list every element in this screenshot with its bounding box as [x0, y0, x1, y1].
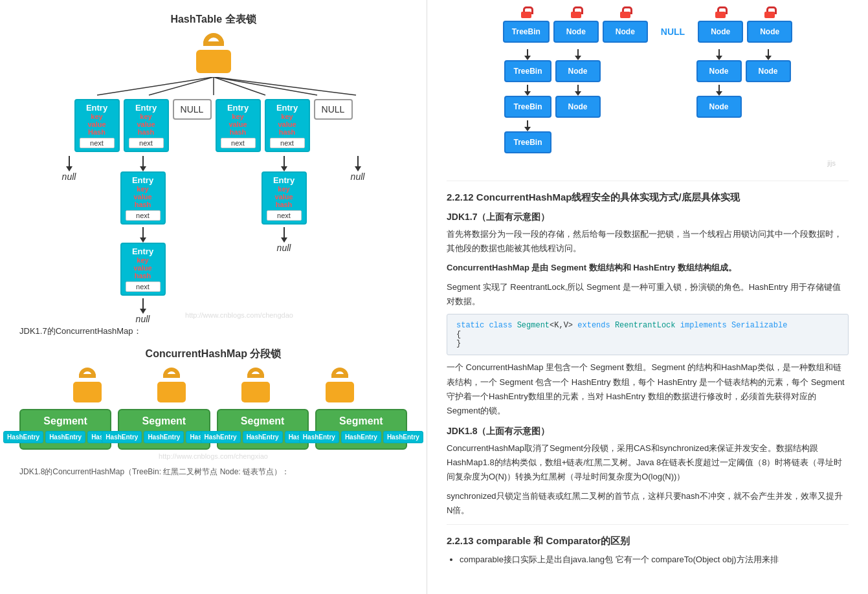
hash-entry-2a: HashEntry: [102, 431, 142, 443]
jdk18-body1: ConcurrentHashMap取消了Segment分段锁，采用CAS和syn…: [447, 441, 849, 484]
svg-line-5: [214, 77, 356, 95]
hashtable-diagram: HashTable 全表锁 Entry: [26, 13, 401, 319]
ht-lines-svg: [58, 77, 369, 96]
divider-2: [447, 524, 849, 525]
chain-2: Entry key value hash next Entry key valu…: [120, 156, 166, 324]
ht-lower-chains: null Entry key value hash next Entry key: [26, 156, 401, 324]
ht-cell-1: Entry key value Hash next: [74, 99, 120, 152]
svg-line-1: [149, 77, 214, 95]
ht-main-row: Entry key value Hash next Entry key valu…: [26, 99, 401, 152]
chain-null-1: null: [47, 156, 92, 324]
chm-segment-row: Segment HashEntry HashEntry HashEntry Se…: [19, 409, 407, 450]
chain-3: Entry key value hash next null: [262, 156, 307, 324]
node4-chain: Node Node: [696, 49, 742, 153]
hash-entry-2b: HashEntry: [144, 431, 184, 443]
bullet-item-1: comparable接口实际上是出自java.lang包 它有一个 compar…: [460, 553, 849, 567]
lock-icon-4: [326, 368, 354, 402]
entry-box-1: Entry key value Hash next: [74, 99, 120, 152]
hash-entries-4: HashEntry HashEntry HashEntry: [323, 431, 399, 443]
treebin-row-1: TreeBin Node Node NULL Node Node: [447, 13, 849, 43]
segment-box-4: Segment HashEntry HashEntry HashEntry: [315, 409, 407, 450]
hash-entry-1a: HashEntry: [3, 431, 43, 443]
ht-connector-lines: [26, 77, 401, 96]
treebin-arrows-1: TreeBin TreeBin TreeBin Node Node: [447, 49, 849, 153]
left-panel: HashTable 全表锁 Entry: [0, 0, 427, 594]
chm-diagram: ConcurrentHashMap 分段锁: [19, 347, 407, 460]
segment-box-3: Segment HashEntry HashEntry HashEntry: [217, 409, 309, 450]
hash-entries-3: HashEntry HashEntry HashEntry: [225, 431, 301, 443]
chm-title: ConcurrentHashMap 分段锁: [19, 347, 407, 361]
svg-line-3: [214, 77, 265, 95]
chm-lock-1: [49, 368, 126, 402]
code-block-segment: static class Segment<K,V> extends Reentr…: [447, 314, 849, 355]
chm-lock-3: [217, 368, 295, 402]
chm-lock-2: [133, 368, 210, 402]
segment-box-2: Segment HashEntry HashEntry HashEntry: [118, 409, 210, 450]
node1-chain: Node Node: [555, 49, 601, 153]
lock-shackle: [203, 33, 224, 46]
empty-1: [605, 49, 650, 153]
ht-lock-container: [26, 33, 401, 73]
chm-lock-4: [301, 368, 379, 402]
ht-cell-4: Entry key value hash next: [265, 99, 310, 152]
entry-box-3: Entry key value hash next: [216, 99, 261, 152]
jdk17-label: JDK1.7的ConcurrentHashMap：: [19, 325, 407, 337]
jdk18-diagram: TreeBin Node Node NULL Node Node: [447, 13, 849, 168]
jdk17-body2: Segment 实现了 ReentrantLock,所以 Segment 是一种…: [447, 280, 849, 309]
ht-cell-null-1: NULL: [173, 99, 212, 152]
lock-body: [196, 50, 231, 73]
entry-box-4: Entry key value hash next: [265, 99, 310, 152]
jdk18-heading: JDK1.8（上面有示意图）: [447, 426, 849, 437]
entry-box-2: Entry key value hash next: [124, 99, 169, 152]
node5-chain: Node: [746, 49, 791, 153]
lock-icon-3: [241, 368, 270, 402]
bullet-list: comparable接口实际上是出自java.lang包 它有一个 compar…: [447, 553, 849, 567]
node-cell-2: Node: [603, 13, 648, 43]
entry-chain-2a: Entry key value hash next: [120, 171, 166, 225]
treebin-cell-1: TreeBin: [503, 13, 550, 43]
empty-2: [654, 49, 693, 153]
hash-entry-3a: HashEntry: [201, 431, 241, 443]
hash-entry-3b: HashEntry: [243, 431, 283, 443]
entry-chain-2b: Entry key value hash next: [120, 243, 166, 296]
jdk18-label: JDK1.8的ConcurrentHashMap（TreeBin: 红黑二叉树节…: [19, 467, 407, 478]
hash-entry-4a: HashEntry: [299, 431, 339, 443]
null-cell-1: NULL: [652, 21, 694, 42]
lock-icon-1: [73, 368, 102, 402]
ht-cell-2: Entry key value hash next: [124, 99, 169, 152]
node-cell-4: Node: [747, 13, 792, 43]
jijs-watermark: jijs: [447, 157, 849, 168]
red-lock-5: [764, 6, 775, 18]
red-lock-2: [571, 6, 581, 18]
red-lock-4: [715, 6, 726, 18]
hash-entries-1: HashEntry HashEntry HashEntry: [27, 431, 104, 443]
ht-title: HashTable 全表锁: [26, 13, 401, 27]
chain-null-skip: [194, 156, 233, 324]
red-lock-3: [620, 6, 630, 18]
jdk17-heading: JDK1.7（上面有示意图）: [447, 212, 849, 223]
red-lock-1: [521, 6, 531, 18]
segment-box-1: Segment HashEntry HashEntry HashEntry: [19, 409, 111, 450]
jdk18-body2: synchronized只锁定当前链表或红黑二叉树的首节点，这样只要hash不冲…: [447, 489, 849, 518]
watermark-ht: http://www.cnblogs.com/chengdao: [78, 311, 401, 319]
svg-line-4: [214, 77, 317, 95]
hash-entries-2: HashEntry HashEntry HashEntry: [126, 431, 202, 443]
ht-main-lock: [196, 33, 231, 73]
jdk17-body3: 一个 ConcurrentHashMap 里包含一个 Segment 数组。Se…: [447, 360, 849, 417]
treebin-chain: TreeBin TreeBin TreeBin: [504, 49, 551, 153]
entry-chain-3a: Entry key value hash next: [262, 171, 307, 225]
hash-entry-4c: HashEntry: [383, 431, 423, 443]
svg-line-0: [97, 77, 214, 95]
chm-lock-row: [19, 368, 407, 402]
hash-entry-1b: HashEntry: [45, 431, 85, 443]
lock-icon-2: [157, 368, 186, 402]
divider-1: [447, 181, 849, 181]
section-2213-title: 2.2.13 comparable 和 Comparator的区别: [447, 535, 849, 547]
ht-cell-null-2: NULL: [314, 99, 353, 152]
right-panel: TreeBin Node Node NULL Node Node: [427, 0, 868, 594]
hash-entry-4b: HashEntry: [341, 431, 381, 443]
watermark-chm: http://www.cnblogs.com/chengxiao: [19, 452, 407, 460]
section-2212-title: 2.2.12 ConcurrentHashMap线程安全的具体实现方式/底层具体…: [447, 192, 849, 204]
node-cell-1: Node: [553, 13, 599, 43]
chain-null-4: null: [335, 156, 381, 324]
